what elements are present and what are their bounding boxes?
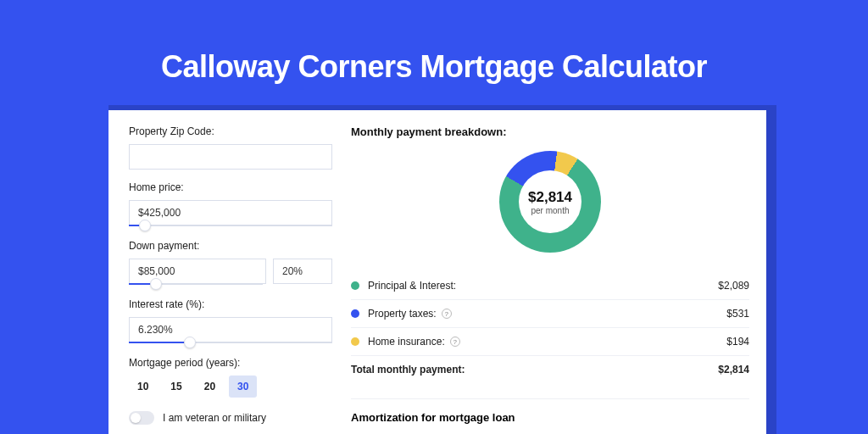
period-30[interactable]: 30 (229, 376, 257, 398)
legend-name-total: Total monthly payment: (351, 364, 718, 376)
legend-value-insurance: $194 (726, 336, 749, 348)
interest-rate-group: Interest rate (%): 6.230% (129, 298, 332, 345)
period-buttons: 10 15 20 30 (129, 376, 332, 398)
legend-row-total: Total monthly payment: $2,814 (351, 355, 749, 383)
interest-rate-input[interactable]: 6.230% (129, 317, 332, 342)
zip-group: Property Zip Code: (129, 125, 332, 170)
donut-center: $2,814 per month (519, 170, 581, 233)
info-icon[interactable]: ? (442, 309, 452, 319)
veteran-toggle[interactable] (129, 411, 154, 425)
zip-label: Property Zip Code: (129, 125, 332, 137)
page-title: Calloway Corners Mortgage Calculator (0, 0, 868, 85)
legend-row-insurance: Home insurance:? $194 (351, 327, 749, 355)
donut-chart: $2,814 per month (351, 143, 749, 260)
zip-input[interactable] (129, 144, 332, 170)
down-payment-label: Down payment: (129, 240, 332, 252)
dot-principal (351, 281, 359, 290)
breakdown-title: Monthly payment breakdown: (351, 125, 749, 138)
legend-name-taxes: Property taxes:? (368, 308, 726, 320)
donut-amount: $2,814 (528, 189, 572, 206)
home-price-group: Home price: $425,000 (129, 181, 332, 228)
interest-rate-slider-thumb[interactable] (184, 337, 196, 348)
legend-name-insurance: Home insurance:? (368, 336, 726, 348)
interest-rate-label: Interest rate (%): (129, 298, 332, 310)
form-panel: Property Zip Code: Home price: $425,000 … (129, 125, 332, 425)
down-payment-value: $85,000 (138, 265, 175, 277)
period-10[interactable]: 10 (129, 376, 157, 398)
down-payment-slider[interactable] (129, 283, 263, 287)
legend-row-principal: Principal & Interest: $2,089 (351, 272, 749, 299)
mortgage-period-group: Mortgage period (years): 10 15 20 30 (129, 357, 332, 398)
amortization-section: Amortization for mortgage loan Amortizat… (351, 398, 749, 434)
donut-sub: per month (531, 206, 569, 215)
legend-value-total: $2,814 (718, 364, 749, 376)
interest-rate-slider[interactable] (129, 342, 332, 345)
down-payment-group: Down payment: $85,000 20% (129, 240, 332, 287)
home-price-input[interactable]: $425,000 (129, 200, 332, 225)
info-icon[interactable]: ? (450, 337, 460, 347)
breakdown-panel: Monthly payment breakdown: $2,814 per mo… (351, 125, 749, 434)
mortgage-period-label: Mortgage period (years): (129, 357, 332, 369)
period-15[interactable]: 15 (162, 376, 190, 398)
home-price-value: $425,000 (138, 207, 181, 219)
down-payment-input[interactable]: $85,000 (129, 259, 266, 284)
legend: Principal & Interest: $2,089 Property ta… (351, 272, 749, 383)
veteran-row: I am veteran or military (129, 411, 332, 425)
legend-value-taxes: $531 (726, 308, 749, 320)
legend-name-principal: Principal & Interest: (368, 280, 718, 292)
dot-taxes (351, 309, 359, 318)
home-price-label: Home price: (129, 181, 332, 193)
home-price-slider[interactable] (129, 225, 332, 228)
period-20[interactable]: 20 (196, 376, 224, 398)
down-payment-pct-value: 20% (282, 265, 303, 277)
down-payment-pct-input[interactable]: 20% (273, 259, 332, 284)
calculator-card: Property Zip Code: Home price: $425,000 … (108, 110, 766, 434)
amortization-title: Amortization for mortgage loan (351, 411, 749, 424)
home-price-slider-thumb[interactable] (139, 220, 151, 231)
page-root: Calloway Corners Mortgage Calculator Pro… (0, 0, 868, 434)
veteran-label: I am veteran or military (163, 412, 266, 424)
legend-row-taxes: Property taxes:? $531 (351, 299, 749, 327)
dot-insurance (351, 337, 359, 346)
interest-rate-value: 6.230% (138, 324, 173, 336)
down-payment-slider-thumb[interactable] (150, 278, 162, 290)
legend-value-principal: $2,089 (718, 280, 749, 292)
